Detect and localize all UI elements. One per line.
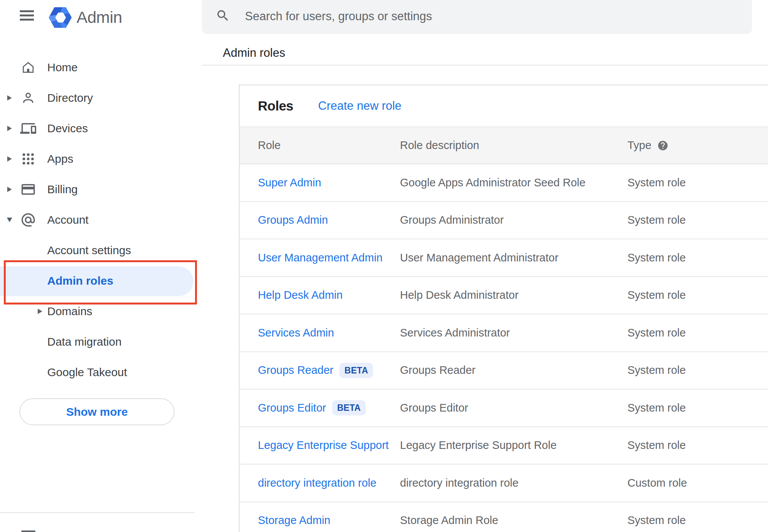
role-cell: User Management Admin [258,252,382,264]
card-title: Roles [258,98,293,114]
search-input[interactable]: Search for users, groups or settings [202,0,752,34]
sidebar-item-label: Account [47,213,88,226]
role-link[interactable]: Storage Admin [258,514,330,527]
sidebar-divider [0,512,194,513]
chevron-down-icon[interactable] [6,218,13,222]
sidebar-subitem-label: Account settings [47,244,131,257]
role-type-cell: System role [627,439,686,452]
role-cell: Services Admin [258,327,334,339]
sidebar-item-home[interactable]: Home [0,52,202,83]
role-link[interactable]: Services Admin [258,327,334,339]
role-link[interactable]: User Management Admin [258,252,382,264]
role-description-cell: Storage Admin Role [400,514,498,527]
create-new-role-link[interactable]: Create new role [318,99,402,113]
table-row-help-desk-admin: Help Desk AdminHelp Desk AdministratorSy… [240,277,768,315]
chevron-right-icon[interactable] [6,126,13,131]
sidebar-subitem-domains[interactable]: Domains [0,296,202,327]
roles-card-header: Roles Create new role [240,85,768,127]
role-type-cell: System role [627,402,686,414]
sidebar-nav: HomeDirectoryDevicesAppsBillingAccountAc… [0,52,202,388]
breadcrumb: Admin roles [223,46,285,60]
role-cell: Help Desk Admin [258,289,342,301]
breadcrumb-divider [202,65,768,66]
search-placeholder: Search for users, groups or settings [245,0,432,34]
table-header-row: Role Role description Type [240,127,768,164]
at-sign-icon [20,212,36,228]
sidebar-subitem-label: Data migration [47,335,122,348]
column-header-type-label: Type [627,139,651,152]
role-description-cell: Groups Reader [400,364,475,377]
column-header-role: Role [258,139,281,152]
chevron-right-icon[interactable] [6,95,13,101]
sidebar-item-label: Directory [47,91,93,104]
role-cell: Super Admin [258,176,321,189]
google-admin-logo-icon [49,7,72,28]
product-title: Admin [77,7,122,27]
sidebar-subitem-account-settings[interactable]: Account settings [0,235,202,266]
role-type-cell: System role [627,176,686,189]
role-link[interactable]: Groups Reader [258,364,333,377]
sidebar-subitem-data-migration[interactable]: Data migration [0,327,202,357]
role-type-cell: Custom role [627,477,687,489]
column-header-type: Type [627,139,669,152]
role-link[interactable]: Groups Admin [258,214,328,226]
role-description-cell: Groups Editor [400,402,468,414]
devices-icon [20,120,36,136]
role-type-cell: System role [627,364,686,377]
role-cell: Groups Admin [258,214,328,226]
hamburger-menu-icon[interactable] [20,10,34,21]
sidebar-subitem-label: Google Takeout [47,366,127,379]
role-description-cell: directory integration role [400,477,518,489]
role-type-cell: System role [627,327,686,339]
role-link[interactable]: Legacy Enterprise Support [258,439,389,452]
role-cell: Groups EditorBETA [258,400,366,415]
apps-grid-icon [20,151,36,167]
sidebar-item-label: Billing [47,183,78,196]
sidebar-item-label: Devices [47,122,88,135]
search-icon [216,8,230,23]
table-row-groups-admin: Groups AdminGroups AdministratorSystem r… [240,202,768,240]
sidebar-subitem-admin-roles[interactable]: Admin roles [0,266,202,296]
role-type-cell: System role [627,514,686,527]
role-type-cell: System role [627,252,686,264]
sidebar-item-apps[interactable]: Apps [0,144,202,174]
sidebar-subitem-label: Domains [47,305,92,318]
show-more-label: Show more [66,405,128,418]
column-header-role-description: Role description [400,139,479,152]
role-description-cell: Help Desk Administrator [400,289,518,301]
sidebar-item-account[interactable]: Account [0,205,202,235]
sidebar-subitem-google-takeout[interactable]: Google Takeout [0,357,202,388]
role-description-cell: Legacy Enterprise Support Role [400,439,557,452]
sidebar-item-label: Home [47,61,78,74]
role-link[interactable]: Groups Editor [258,402,326,414]
role-link[interactable]: Super Admin [258,176,321,189]
role-description-cell: Services Administrator [400,327,510,339]
sidebar-item-directory[interactable]: Directory [0,83,202,113]
role-description-cell: Groups Administrator [400,214,504,226]
table-row-groups-reader: Groups ReaderBETAGroups ReaderSystem rol… [240,352,768,390]
sidebar-subitem-label: Admin roles [47,274,113,287]
role-cell: Groups ReaderBETA [258,363,373,378]
chevron-right-icon[interactable] [37,309,43,314]
beta-badge: BETA [332,400,366,415]
table-row-storage-admin: Storage AdminStorage Admin RoleSystem ro… [240,502,768,532]
help-icon[interactable] [657,140,669,151]
show-more-button[interactable]: Show more [19,398,174,425]
home-icon [20,59,36,75]
role-link[interactable]: directory integration role [258,477,376,489]
role-description-cell: User Management Administrator [400,252,558,264]
role-cell: directory integration role [258,477,376,489]
table-row-directory-integration-role: directory integration roledirectory inte… [240,465,768,502]
role-cell: Legacy Enterprise Support [258,439,389,452]
role-link[interactable]: Help Desk Admin [258,289,342,301]
sidebar-item-billing[interactable]: Billing [0,174,202,205]
role-description-cell: Google Apps Administrator Seed Role [400,176,586,189]
role-type-cell: System role [627,289,686,301]
chevron-right-icon[interactable] [6,187,13,192]
table-row-user-management-admin: User Management AdminUser Management Adm… [240,239,768,277]
sidebar-item-devices[interactable]: Devices [0,113,202,144]
table-row-services-admin: Services AdminServices AdministratorSyst… [240,314,768,352]
clipped-sidebar-icon [21,530,35,532]
table-body: Super AdminGoogle Apps Administrator See… [240,164,768,532]
chevron-right-icon[interactable] [6,156,13,162]
